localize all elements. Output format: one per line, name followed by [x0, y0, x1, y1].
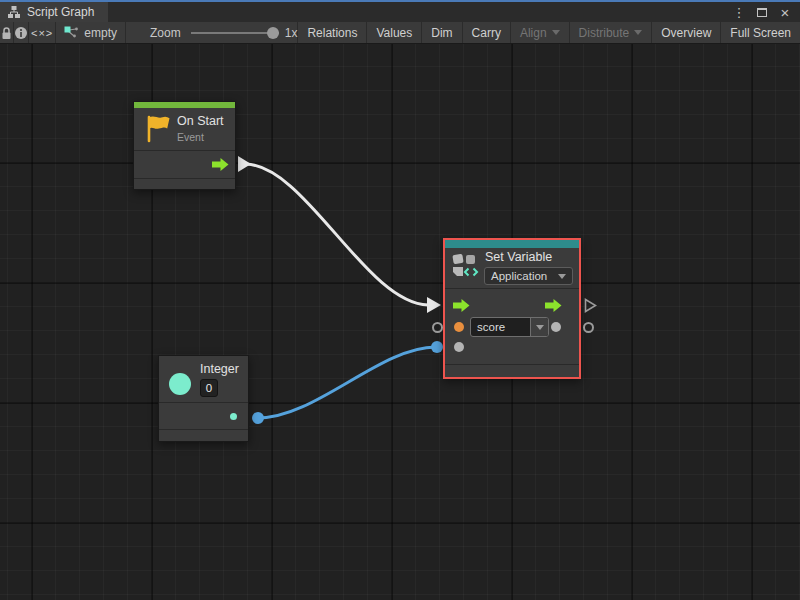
window-focus-line — [0, 0, 800, 2]
variables-icon — [451, 252, 479, 279]
fallback-input-port[interactable] — [454, 342, 464, 352]
button-label: Carry — [472, 26, 501, 40]
flow-out-arrow-icon[interactable] — [545, 299, 562, 312]
button-label: Distribute — [579, 26, 630, 40]
flow-output-port-onstart[interactable] — [238, 156, 251, 172]
button-label: Relations — [307, 26, 357, 40]
flag-icon — [142, 113, 172, 143]
zoom-control: Zoom 1x — [126, 22, 298, 43]
code-preview-button[interactable]: <×> — [29, 22, 56, 43]
variable-name-value: score — [471, 318, 530, 336]
toolbar-button-relations[interactable]: Relations — [298, 22, 367, 43]
info-button[interactable] — [14, 22, 29, 43]
close-icon: × — [781, 5, 790, 20]
variable-header-bar — [445, 240, 579, 248]
toolbar-button-values[interactable]: Values — [367, 22, 422, 43]
window-menu-button[interactable]: ⋮ — [732, 4, 746, 20]
node-footer — [134, 178, 235, 188]
wire-arrowhead-icon — [427, 297, 441, 313]
node-set-variable[interactable]: Set Variable Application score — [443, 238, 581, 379]
wire-integer-to-setvariable[interactable] — [258, 347, 436, 418]
kebab-menu-icon: ⋮ — [733, 6, 746, 19]
combo-arrow-button[interactable] — [530, 318, 548, 336]
node-title: On Start — [177, 114, 224, 128]
variable-scope-dropdown[interactable]: Application — [484, 267, 573, 285]
toolbar-button-carry[interactable]: Carry — [463, 22, 511, 43]
node-title: Set Variable — [485, 250, 552, 264]
zoom-value: 1x — [285, 26, 298, 40]
zoom-slider[interactable] — [191, 32, 279, 34]
tab-title: Script Graph — [27, 5, 94, 19]
unconnected-output-port[interactable] — [583, 322, 594, 333]
variable-name-combo[interactable]: score — [470, 317, 549, 337]
button-label: Values — [376, 26, 412, 40]
window-maximize-button[interactable] — [755, 4, 769, 20]
unconnected-input-port[interactable] — [432, 322, 443, 333]
chevron-down-icon — [536, 325, 544, 330]
toolbar-button-dim[interactable]: Dim — [422, 22, 462, 43]
on-start-header: On Start Event — [134, 108, 235, 150]
toolbar-button-align[interactable]: Align — [511, 22, 570, 43]
chevron-down-icon — [558, 274, 566, 279]
wire-endpoint-setvariable[interactable] — [431, 341, 443, 353]
window-close-button[interactable]: × — [778, 4, 792, 20]
set-variable-ports: score — [445, 288, 579, 364]
node-subtitle: Event — [177, 131, 204, 143]
toolbar-button-fullscreen[interactable]: Full Screen — [721, 22, 800, 43]
graph-hierarchy-icon — [7, 5, 21, 19]
graph-pointer-icon — [64, 26, 79, 39]
integer-output-port[interactable] — [230, 413, 237, 420]
button-label: Full Screen — [730, 26, 791, 40]
graph-toolbar: <×> empty Zoom 1x Relations Values Dim C… — [0, 22, 800, 44]
node-footer — [159, 429, 248, 440]
button-label: Overview — [661, 26, 711, 40]
set-variable-header: Set Variable Application — [445, 248, 579, 288]
button-label: Dim — [431, 26, 452, 40]
lock-button[interactable] — [0, 22, 14, 43]
scope-label: Application — [491, 270, 547, 282]
integer-value-field[interactable]: 0 — [200, 379, 218, 397]
script-graph-window: Script Graph ⋮ × <×> — [0, 0, 800, 600]
node-title: Integer — [200, 362, 239, 376]
window-controls: ⋮ × — [732, 2, 800, 22]
titlebar: Script Graph ⋮ × — [0, 2, 800, 22]
button-label: Align — [520, 26, 547, 40]
zoom-slider-handle[interactable] — [267, 27, 279, 39]
toolbar-button-distribute[interactable]: Distribute — [570, 22, 653, 43]
graph-state-label: empty — [84, 26, 117, 40]
integer-circle-icon — [169, 373, 191, 395]
lock-icon — [0, 26, 13, 40]
node-on-start[interactable]: On Start Event — [133, 101, 236, 190]
tab-script-graph[interactable]: Script Graph — [0, 2, 108, 22]
zoom-label: Zoom — [150, 26, 181, 40]
integer-ports — [159, 402, 248, 429]
unconnected-flow-out-port[interactable] — [584, 298, 597, 313]
wire-endpoint-integer[interactable] — [252, 412, 264, 424]
on-start-ports — [134, 150, 235, 178]
toolbar-button-overview[interactable]: Overview — [652, 22, 721, 43]
node-integer[interactable]: Integer 0 — [158, 355, 249, 442]
chevron-down-icon — [634, 30, 642, 35]
flow-out-arrow-icon[interactable] — [212, 158, 229, 171]
maximize-icon — [757, 8, 767, 17]
graph-state-indicator[interactable]: empty — [56, 22, 126, 43]
code-icon: <×> — [31, 27, 53, 39]
graph-canvas[interactable]: On Start Event Set Varia — [0, 44, 800, 600]
variable-name-port[interactable] — [454, 322, 464, 332]
chevron-down-icon — [552, 30, 560, 35]
connection-layer — [0, 44, 800, 600]
wire-onstart-to-setvariable[interactable] — [246, 164, 428, 305]
node-footer — [445, 364, 579, 375]
integer-header: Integer 0 — [159, 356, 248, 402]
flow-in-arrow-icon[interactable] — [453, 299, 470, 312]
info-icon — [14, 26, 28, 40]
value-output-port[interactable] — [551, 322, 561, 332]
